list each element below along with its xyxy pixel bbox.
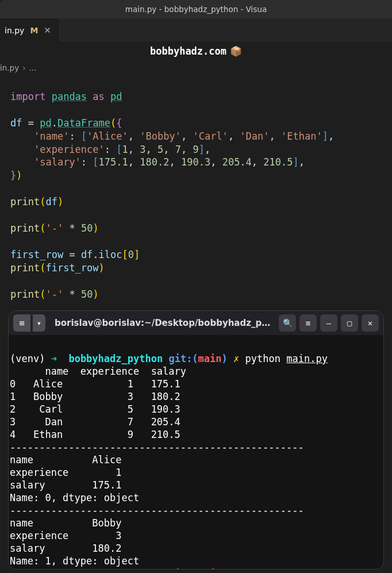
- code-token: ,: [146, 144, 152, 155]
- code-token: pd: [40, 117, 51, 129]
- minimize-button[interactable]: —: [320, 314, 337, 332]
- new-tab-button[interactable]: ⊞: [13, 314, 30, 332]
- breadcrumb-file[interactable]: in.py: [0, 63, 19, 72]
- code-token: '-': [45, 222, 63, 234]
- code-token: ,: [181, 144, 187, 155]
- code-token: ]: [199, 144, 205, 155]
- code-token: 210.5: [263, 156, 293, 168]
- term-output: name Bobby: [10, 517, 121, 529]
- terminal-header: ⊞ ▾ borislav@borislav:~/Desktop/bobbyhad…: [9, 311, 383, 335]
- code-token: [: [116, 144, 122, 155]
- code-token: print: [10, 289, 40, 300]
- code-token: [: [122, 249, 128, 260]
- code-token: =: [28, 117, 34, 129]
- code-token: :: [81, 156, 87, 168]
- term-branch: main: [198, 568, 222, 570]
- search-icon: 🔍: [283, 318, 293, 328]
- menu-icon: ≡: [306, 318, 310, 328]
- code-token: ,: [299, 156, 305, 168]
- terminal-title: borislav@borislav:~/Desktop/bobbyhadz_py…: [49, 318, 275, 328]
- code-token: iloc: [99, 249, 122, 260]
- tab-main-py[interactable]: in.py M ✕: [0, 18, 59, 41]
- code-token: {: [116, 117, 122, 129]
- code-token: ,: [328, 130, 334, 142]
- chevron-down-icon: ▾: [37, 318, 41, 328]
- breadcrumb-more[interactable]: ...: [29, 63, 37, 72]
- minimize-icon: —: [326, 318, 331, 328]
- code-token: ,: [128, 144, 134, 155]
- close-button[interactable]: ✕: [362, 314, 379, 332]
- code-token: =: [69, 249, 75, 260]
- code-token: 'Carl': [193, 130, 228, 142]
- code-token: ,: [205, 144, 210, 155]
- code-token: first_row: [10, 249, 63, 260]
- code-token: 7: [175, 144, 181, 155]
- code-token: ,: [181, 130, 187, 142]
- term-output: Name: 0, dtype: object: [10, 492, 139, 503]
- code-editor[interactable]: import pandas as pd df = pd.DataFrame({ …: [0, 75, 392, 340]
- term-output: name experience salary: [10, 366, 186, 377]
- code-token: 'Ethan': [281, 130, 322, 142]
- code-token: 'experience': [34, 144, 105, 155]
- code-token: (: [40, 222, 45, 234]
- code-token: ): [99, 262, 105, 274]
- term-output: ----------------------------------------…: [10, 505, 304, 516]
- code-token: (: [40, 262, 45, 274]
- editor-tabs: in.py M ✕: [0, 18, 392, 41]
- term-git-close: ): [222, 568, 228, 570]
- term-dirty-icon: ✗: [233, 353, 239, 364]
- breadcrumb[interactable]: in.py › ...: [0, 61, 392, 75]
- terminal-header-left: ⊞ ▾: [13, 314, 45, 332]
- code-token: ]: [293, 156, 299, 168]
- tab-dropdown-button[interactable]: ▾: [33, 314, 45, 332]
- code-token: 'Bobby': [140, 130, 181, 142]
- terminal-panel: ⊞ ▾ borislav@borislav:~/Desktop/bobbyhad…: [8, 310, 384, 570]
- code-token: ): [57, 196, 63, 207]
- code-token: 50: [81, 289, 93, 300]
- term-output: experience 1: [10, 467, 121, 478]
- terminal-body[interactable]: (venv) ➜ bobbyhadz_python git:(main) ✗ p…: [9, 335, 383, 570]
- term-git-close: ): [222, 353, 228, 364]
- close-icon: ✕: [368, 318, 372, 328]
- term-output: 3 Dan 7 205.4: [10, 416, 180, 428]
- code-token: df: [45, 196, 57, 207]
- page-title-text: bobbyhadz.com: [150, 45, 226, 57]
- code-token: 'salary': [34, 156, 81, 168]
- term-dir: bobbyhadz_python: [68, 353, 163, 364]
- term-file: main.py: [286, 353, 328, 364]
- term-git-open: git:(: [168, 568, 198, 570]
- menu-button[interactable]: ≡: [299, 314, 317, 332]
- code-token: df: [10, 117, 22, 129]
- code-token: first_row: [45, 262, 98, 274]
- term-venv: (venv): [10, 568, 45, 570]
- tab-filename: in.py: [5, 26, 24, 35]
- term-venv: (venv): [10, 353, 45, 364]
- code-token: 9: [193, 144, 199, 155]
- code-token: .: [52, 117, 57, 129]
- code-token: (: [40, 289, 45, 300]
- search-button[interactable]: 🔍: [279, 314, 296, 332]
- code-token: :: [105, 144, 110, 155]
- maximize-button[interactable]: ▢: [341, 314, 358, 332]
- term-output: 0 Alice 1 175.1: [10, 378, 180, 390]
- code-token: [: [81, 130, 87, 142]
- code-token: 190.3: [181, 156, 210, 168]
- code-token: :: [69, 130, 75, 142]
- code-token: DataFrame: [57, 117, 110, 129]
- code-token: pandas: [52, 91, 87, 102]
- tab-close-icon[interactable]: ✕: [44, 25, 51, 36]
- code-token: ,: [210, 156, 216, 168]
- term-output: 2 Carl 5 190.3: [10, 403, 180, 415]
- code-token: print: [10, 262, 40, 274]
- term-output: salary 175.1: [10, 479, 121, 491]
- code-token: ,: [128, 156, 134, 168]
- code-token: 'Alice': [87, 130, 128, 142]
- code-token: df: [81, 249, 93, 260]
- term-output: Name: 1, dtype: object: [10, 555, 139, 567]
- code-token: }: [10, 170, 16, 181]
- code-token: 'Dan': [240, 130, 269, 142]
- code-token: ,: [128, 130, 134, 142]
- term-output: 4 Ethan 9 210.5: [10, 429, 180, 440]
- maximize-icon: ▢: [347, 318, 352, 328]
- code-token: 205.4: [222, 156, 252, 168]
